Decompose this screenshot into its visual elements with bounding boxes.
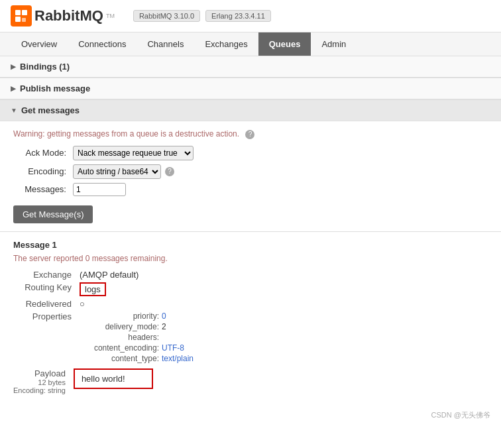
ack-mode-label: Ack Mode: — [13, 148, 73, 158]
encoding-help-icon[interactable]: ? — [165, 167, 174, 176]
exchange-label: Exchange — [13, 270, 80, 280]
publish-toggle[interactable]: ▶ Publish message — [0, 78, 501, 99]
logo-icon — [11, 5, 32, 27]
payload-bytes: 12 bytes — [38, 378, 66, 386]
nav-exchanges[interactable]: Exchanges — [194, 32, 258, 56]
property-row: delivery_mode:2 — [80, 322, 194, 331]
header: RabbitMQ TM RabbitMQ 3.10.0 Erlang 23.3.… — [0, 0, 501, 32]
property-name: delivery_mode: — [80, 322, 159, 331]
logo: RabbitMQ TM — [11, 5, 115, 27]
watermark: CSDN @无头佛爷 — [0, 405, 501, 425]
redelivered-label: Redelivered — [13, 299, 80, 309]
warning-help-icon[interactable]: ? — [245, 130, 254, 139]
property-row: priority:0 — [80, 311, 194, 321]
svg-rect-2 — [15, 17, 21, 22]
property-row: content_type:text/plain — [80, 354, 194, 363]
property-row: headers: — [80, 333, 194, 342]
ack-mode-row: Ack Mode: Nack message requeue true Ack … — [13, 146, 488, 160]
nav-bar: Overview Connections Channels Exchanges … — [0, 32, 501, 56]
get-messages-header-label: Get messages — [21, 105, 80, 115]
payload-label-wrap: Payload 12 bytes Encoding: string — [13, 368, 74, 394]
message-title: Message 1 — [13, 240, 488, 250]
svg-rect-0 — [15, 10, 21, 15]
get-messages-section: ▼ Get messages Warning: getting messages… — [0, 100, 501, 405]
logo-wordmark: RabbitMQ — [34, 7, 103, 25]
properties-field: Properties priority:0delivery_mode:2head… — [13, 311, 488, 363]
publish-section: ▶ Publish message — [0, 78, 501, 100]
bindings-toggle[interactable]: ▶ Bindings (1) — [0, 56, 501, 78]
property-name: priority: — [80, 311, 159, 321]
encoding-select[interactable]: Auto string / base64 base64 — [73, 164, 161, 179]
warning-text: Warning: getting messages from a queue i… — [13, 129, 488, 139]
payload-field: Payload 12 bytes Encoding: string hello … — [13, 368, 488, 394]
payload-value: hello world! — [74, 368, 153, 389]
routing-key-label: Routing Key — [13, 282, 80, 292]
publish-arrow-icon: ▶ — [11, 85, 16, 92]
property-row: content_encoding:UTF-8 — [80, 343, 194, 353]
routing-key-field: Routing Key logs — [13, 282, 488, 296]
redelivered-field: Redelivered ○ — [13, 299, 488, 309]
properties-block: priority:0delivery_mode:2headers:content… — [80, 311, 194, 363]
bindings-arrow-icon: ▶ — [11, 63, 16, 70]
server-report: The server reported 0 messages remaining… — [13, 254, 488, 263]
redelivered-value: ○ — [80, 299, 85, 309]
message-result: Message 1 The server reported 0 messages… — [0, 232, 501, 405]
version-info: RabbitMQ 3.10.0 Erlang 23.3.4.11 — [133, 10, 271, 22]
svg-rect-4 — [22, 18, 26, 22]
encoding-row: Encoding: Auto string / base64 base64 ? — [13, 164, 488, 179]
bindings-section: ▶ Bindings (1) — [0, 56, 501, 78]
property-name: content_type: — [80, 354, 159, 363]
messages-row: Messages: — [13, 183, 488, 196]
nav-channels[interactable]: Channels — [137, 32, 194, 56]
page-content: ▶ Bindings (1) ▶ Publish message ▼ Get m… — [0, 56, 501, 405]
get-messages-arrow-icon: ▼ — [11, 107, 17, 114]
property-value: 2 — [162, 322, 166, 331]
nav-admin[interactable]: Admin — [311, 32, 357, 56]
encoding-label: Encoding: — [13, 166, 73, 176]
messages-label: Messages: — [13, 184, 73, 194]
get-messages-body: Warning: getting messages from a queue i… — [0, 121, 501, 232]
properties-label: Properties — [13, 311, 80, 321]
property-value: UTF-8 — [162, 343, 184, 353]
exchange-field: Exchange (AMQP default) — [13, 270, 488, 280]
nav-connections[interactable]: Connections — [68, 32, 137, 56]
bindings-header-label: Bindings (1) — [20, 62, 70, 72]
get-messages-button[interactable]: Get Message(s) — [13, 205, 93, 223]
erlang-version-badge: Erlang 23.3.4.11 — [205, 10, 271, 22]
nav-overview[interactable]: Overview — [11, 32, 68, 56]
svg-rect-1 — [22, 10, 27, 15]
ack-mode-select[interactable]: Nack message requeue true Ack message re… — [73, 146, 194, 160]
payload-encoding: Encoding: string — [13, 386, 66, 394]
property-value: 0 — [162, 311, 166, 321]
exchange-value: (AMQP default) — [80, 270, 139, 280]
rabbitmq-version-badge: RabbitMQ 3.10.0 — [133, 10, 200, 22]
payload-label: Payload — [34, 368, 66, 378]
messages-input[interactable] — [73, 183, 126, 196]
logo-tm: TM — [106, 13, 115, 19]
publish-header-label: Publish message — [20, 84, 90, 93]
property-value: text/plain — [162, 354, 194, 363]
get-messages-toggle[interactable]: ▼ Get messages — [0, 100, 501, 121]
property-name: content_encoding: — [80, 343, 159, 353]
nav-queues[interactable]: Queues — [258, 32, 311, 56]
routing-key-value: logs — [80, 282, 106, 296]
property-name: headers: — [80, 333, 159, 342]
